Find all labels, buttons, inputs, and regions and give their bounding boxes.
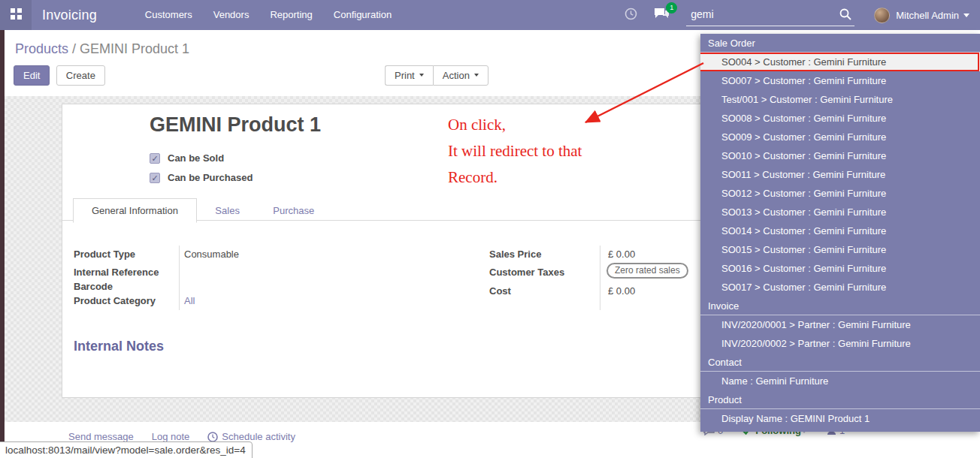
tab-purchase[interactable]: Purchase (258, 199, 329, 222)
field-group-divider (600, 246, 600, 310)
field-group-divider (179, 246, 180, 310)
menu-reporting[interactable]: Reporting (259, 0, 322, 30)
window-edge-strip (0, 30, 5, 458)
search-result-so015[interactable]: SO015 > Customer : Gemini Furniture (700, 240, 980, 259)
chevron-down-icon (474, 74, 479, 79)
send-message-link[interactable]: Send message (68, 431, 134, 442)
search-result-so016[interactable]: SO016 > Customer : Gemini Furniture (700, 259, 980, 278)
search-result-so011[interactable]: SO011 > Customer : Gemini Furniture (700, 165, 980, 184)
main-menu: Customers Vendors Reporting Configuratio… (135, 0, 402, 30)
internal-reference-label: Internal Reference (74, 267, 159, 278)
search-results-dropdown: Sale Order SO004 > Customer : Gemini Fur… (700, 34, 980, 432)
can-be-sold-label: Can be Sold (168, 152, 224, 164)
search-result-so009[interactable]: SO009 > Customer : Gemini Furniture (700, 128, 980, 146)
edit-button[interactable]: Edit (14, 65, 50, 86)
user-name: Mitchell Admin (896, 10, 959, 21)
product-category-label: Product Category (74, 295, 156, 306)
navbar-right: 1 gemi Mitchell Admin (625, 4, 980, 26)
sales-price-value: £ 0.00 (608, 249, 635, 260)
customer-taxes-label: Customer Taxes (489, 267, 564, 278)
user-avatar (874, 8, 890, 23)
schedule-activity-link[interactable]: Schedule activity (207, 431, 295, 442)
product-title: GEMINI Product 1 (150, 113, 321, 137)
search-result-so013[interactable]: SO013 > Customer : Gemini Furniture (700, 203, 980, 221)
product-category-value[interactable]: All (184, 295, 195, 306)
record-buttons: Edit Create (14, 65, 108, 86)
print-action-group: Print Action (385, 65, 488, 86)
message-count-badge: 1 (666, 2, 677, 14)
chatter-links: Send message Log note Schedule activity (68, 431, 313, 442)
customer-taxes-tag[interactable]: Zero rated sales (606, 263, 688, 279)
breadcrumb: Products / GEMINI Product 1 (15, 41, 189, 57)
messages-button[interactable]: 1 (654, 8, 670, 23)
menu-customers[interactable]: Customers (135, 0, 203, 30)
search-result-so010[interactable]: SO010 > Customer : Gemini Furniture (700, 146, 980, 165)
user-menu[interactable]: Mitchell Admin (874, 8, 969, 23)
chevron-down-icon (419, 74, 424, 79)
product-type-value: Consumable (184, 249, 239, 260)
search-input[interactable]: gemi (686, 4, 854, 25)
section-header-sale-order: Sale Order (700, 34, 980, 53)
menu-vendors[interactable]: Vendors (203, 0, 260, 30)
schedule-clock-icon (207, 432, 218, 442)
tab-sales[interactable]: Sales (200, 199, 255, 222)
search-result-so014[interactable]: SO014 > Customer : Gemini Furniture (700, 221, 980, 240)
clock-icon (625, 8, 637, 23)
search-result-so017[interactable]: SO017 > Customer : Gemini Furniture (700, 278, 980, 297)
search-result-contact[interactable]: Name : Gemini Furniture (700, 372, 980, 390)
chevron-down-icon (963, 14, 969, 20)
section-header-contact: Contact (700, 353, 980, 372)
app-title[interactable]: Invoicing (42, 8, 97, 23)
create-button[interactable]: Create (56, 65, 105, 86)
search-result-inv-0002[interactable]: INV/2020/0002 > Partner : Gemini Furnitu… (700, 334, 980, 353)
print-dropdown-button[interactable]: Print (385, 65, 433, 86)
apps-menu-button[interactable] (0, 0, 32, 30)
breadcrumb-products-link[interactable]: Products (15, 41, 68, 56)
annotation-note: On click, It will redirect to that Recor… (448, 112, 696, 191)
search-result-so008[interactable]: SO008 > Customer : Gemini Furniture (700, 109, 980, 128)
search-result-inv-0001[interactable]: INV/2020/0001 > Partner : Gemini Furnitu… (700, 315, 980, 334)
cost-label: Cost (489, 285, 511, 297)
breadcrumb-separator: / (68, 41, 80, 56)
search-result-test001[interactable]: Test/001 > Customer : Gemini Furniture (700, 90, 980, 109)
can-be-purchased-checkbox[interactable]: ✓ (150, 173, 160, 183)
product-type-label: Product Type (74, 249, 135, 260)
section-header-product: Product (700, 390, 980, 409)
search-icon[interactable] (839, 8, 851, 23)
can-be-purchased-row: ✓ Can be Purchased (150, 172, 253, 183)
cost-value: £ 0.00 (608, 285, 635, 297)
can-be-purchased-label: Can be Purchased (168, 172, 253, 183)
can-be-sold-checkbox[interactable]: ✓ (150, 153, 160, 164)
section-header-invoice: Invoice (700, 297, 980, 315)
sales-price-label: Sales Price (489, 249, 541, 260)
tab-general-information[interactable]: General Information (73, 198, 197, 223)
search-result-so012[interactable]: SO012 > Customer : Gemini Furniture (700, 184, 980, 203)
link-preview-statusbar: localhost:8013/mail/view?model=sale.orde… (0, 441, 253, 458)
top-navbar: Invoicing Customers Vendors Reporting Co… (0, 0, 980, 30)
internal-notes-heading: Internal Notes (74, 339, 164, 354)
breadcrumb-current: GEMINI Product 1 (80, 41, 189, 56)
search-result-so007[interactable]: SO007 > Customer : Gemini Furniture (700, 71, 980, 90)
search-result-product[interactable]: Display Name : GEMINI Product 1 (700, 409, 980, 428)
action-dropdown-button[interactable]: Action (433, 65, 488, 86)
global-search: gemi (686, 4, 854, 26)
activities-clock-button[interactable] (625, 8, 637, 23)
search-result-so004[interactable]: SO004 > Customer : Gemini Furniture (700, 53, 980, 71)
apps-grid-icon (11, 8, 22, 23)
menu-configuration[interactable]: Configuration (323, 0, 402, 30)
barcode-label: Barcode (74, 281, 113, 292)
can-be-sold-row: ✓ Can be Sold (150, 152, 224, 164)
annotation-highlight-box (700, 53, 979, 71)
log-note-link[interactable]: Log note (152, 431, 190, 442)
